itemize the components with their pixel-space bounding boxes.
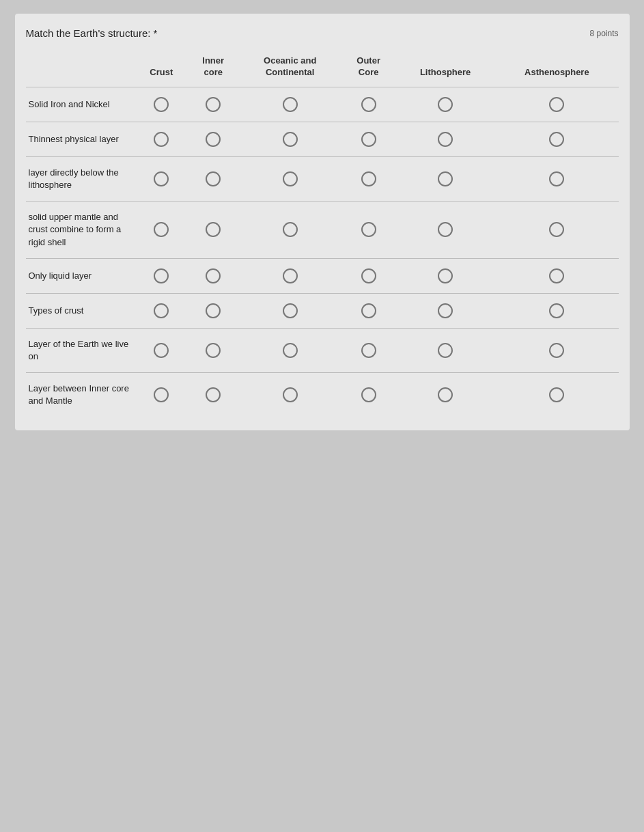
- radio-cell: [135, 293, 188, 328]
- radio-row8-asthenosphere[interactable]: [549, 387, 564, 402]
- header-oceanic-continental: Oceanic andContinental: [238, 50, 341, 87]
- radio-row7-inner-core[interactable]: [206, 343, 221, 358]
- radio-row3-inner-core[interactable]: [206, 171, 221, 186]
- radio-cell: [341, 258, 395, 293]
- radio-cell: [238, 293, 341, 328]
- radio-cell: [188, 156, 238, 201]
- radio-row2-oceanic[interactable]: [283, 132, 298, 147]
- radio-row1-crust[interactable]: [154, 97, 169, 112]
- radio-cell: [395, 293, 495, 328]
- row-label: Layer of the Earth we live on: [26, 328, 135, 372]
- radio-row1-asthenosphere[interactable]: [549, 97, 564, 112]
- radio-cell: [238, 258, 341, 293]
- radio-row5-outer-core[interactable]: [361, 268, 376, 283]
- radio-row6-outer-core[interactable]: [361, 303, 376, 318]
- radio-cell: [495, 87, 618, 122]
- quiz-container: Match the Earth's structure: * 8 points …: [15, 14, 630, 430]
- table-row: Only liquid layer: [26, 258, 619, 293]
- radio-cell: [135, 87, 188, 122]
- row-label: Types of crust: [26, 293, 135, 328]
- radio-cell: [188, 373, 238, 417]
- radio-row4-crust[interactable]: [154, 222, 169, 237]
- radio-cell: [495, 122, 618, 156]
- radio-row7-oceanic[interactable]: [283, 343, 298, 358]
- radio-cell: [238, 122, 341, 156]
- points-label: 8 points: [589, 29, 618, 38]
- header-lithosphere: Lithosphere: [395, 50, 495, 87]
- header-label-col: [26, 50, 135, 87]
- radio-row1-inner-core[interactable]: [206, 97, 221, 112]
- table-row: Solid Iron and Nickel: [26, 87, 619, 122]
- radio-row5-asthenosphere[interactable]: [549, 268, 564, 283]
- radio-row4-outer-core[interactable]: [361, 222, 376, 237]
- radio-cell: [188, 293, 238, 328]
- radio-cell: [135, 373, 188, 417]
- radio-row6-crust[interactable]: [154, 303, 169, 318]
- table-row: Types of crust: [26, 293, 619, 328]
- radio-cell: [238, 328, 341, 372]
- radio-row2-crust[interactable]: [154, 132, 169, 147]
- radio-row8-lithosphere[interactable]: [438, 387, 453, 402]
- radio-cell: [495, 328, 618, 372]
- radio-row8-inner-core[interactable]: [206, 387, 221, 402]
- radio-row1-lithosphere[interactable]: [438, 97, 453, 112]
- radio-cell: [395, 373, 495, 417]
- radio-row3-lithosphere[interactable]: [438, 171, 453, 186]
- radio-row6-inner-core[interactable]: [206, 303, 221, 318]
- radio-row2-inner-core[interactable]: [206, 132, 221, 147]
- radio-row5-crust[interactable]: [154, 268, 169, 283]
- radio-row8-outer-core[interactable]: [361, 387, 376, 402]
- radio-row7-asthenosphere[interactable]: [549, 343, 564, 358]
- row-label: Only liquid layer: [26, 258, 135, 293]
- radio-row6-asthenosphere[interactable]: [549, 303, 564, 318]
- table-row: layer directly below the lithosphere: [26, 156, 619, 201]
- radio-cell: [341, 293, 395, 328]
- radio-row7-outer-core[interactable]: [361, 343, 376, 358]
- radio-row2-asthenosphere[interactable]: [549, 132, 564, 147]
- radio-cell: [341, 156, 395, 201]
- radio-cell: [341, 202, 395, 259]
- radio-row8-crust[interactable]: [154, 387, 169, 402]
- radio-row2-outer-core[interactable]: [361, 132, 376, 147]
- radio-row4-asthenosphere[interactable]: [549, 222, 564, 237]
- radio-row1-oceanic[interactable]: [283, 97, 298, 112]
- radio-row5-oceanic[interactable]: [283, 268, 298, 283]
- radio-row7-crust[interactable]: [154, 343, 169, 358]
- radio-row8-oceanic[interactable]: [283, 387, 298, 402]
- radio-row3-asthenosphere[interactable]: [549, 171, 564, 186]
- row-label: Solid Iron and Nickel: [26, 87, 135, 122]
- radio-row4-lithosphere[interactable]: [438, 222, 453, 237]
- radio-cell: [495, 202, 618, 259]
- radio-cell: [395, 258, 495, 293]
- row-label: solid upper mantle and crust combine to …: [26, 202, 135, 259]
- radio-row6-oceanic[interactable]: [283, 303, 298, 318]
- radio-cell: [188, 328, 238, 372]
- radio-row2-lithosphere[interactable]: [438, 132, 453, 147]
- table-row: solid upper mantle and crust combine to …: [26, 202, 619, 259]
- radio-row7-lithosphere[interactable]: [438, 343, 453, 358]
- radio-row1-outer-core[interactable]: [361, 97, 376, 112]
- radio-row4-oceanic[interactable]: [283, 222, 298, 237]
- radio-row3-oceanic[interactable]: [283, 171, 298, 186]
- radio-cell: [135, 202, 188, 259]
- radio-cell: [341, 87, 395, 122]
- radio-cell: [341, 373, 395, 417]
- radio-cell: [495, 373, 618, 417]
- radio-cell: [188, 87, 238, 122]
- row-label: layer directly below the lithosphere: [26, 156, 135, 201]
- radio-row6-lithosphere[interactable]: [438, 303, 453, 318]
- radio-row5-inner-core[interactable]: [206, 268, 221, 283]
- radio-row3-crust[interactable]: [154, 171, 169, 186]
- radio-row3-outer-core[interactable]: [361, 171, 376, 186]
- radio-cell: [495, 293, 618, 328]
- header-outer-core: OuterCore: [341, 50, 395, 87]
- radio-row4-inner-core[interactable]: [206, 222, 221, 237]
- radio-cell: [135, 122, 188, 156]
- radio-cell: [341, 328, 395, 372]
- radio-cell: [495, 156, 618, 201]
- table-row: Layer of the Earth we live on: [26, 328, 619, 372]
- header-asthenosphere: Asthenosphere: [495, 50, 618, 87]
- radio-cell: [188, 122, 238, 156]
- radio-row5-lithosphere[interactable]: [438, 268, 453, 283]
- radio-cell: [238, 373, 341, 417]
